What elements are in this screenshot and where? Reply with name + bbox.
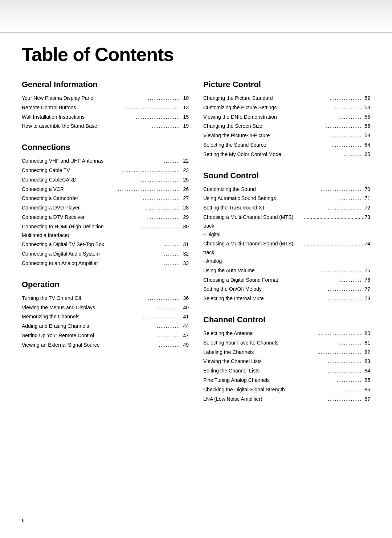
section-title-sound-control: Sound Control — [203, 171, 370, 180]
toc-entry: Your New Plasma Display Panel...........… — [22, 94, 189, 103]
toc-entry: Connecting a Digital TV Set-Top Box.....… — [22, 240, 189, 249]
section-connections: ConnectionsConnecting VHF and UHF Antenn… — [22, 143, 189, 268]
toc-entry: Using Automatic Sound Settings..........… — [203, 194, 370, 203]
toc-entry: Viewing the Menus and Displays..........… — [22, 303, 189, 313]
toc-entry: Using the Auto Volume...................… — [203, 266, 370, 276]
section-title-operation: Operation — [22, 280, 189, 289]
toc-entry: Changing the Picture Standard...........… — [203, 94, 370, 103]
toc-entry: Fine Tuning Analog Channels.............… — [203, 376, 370, 385]
page-number: 6 — [22, 518, 25, 523]
section-title-connections: Connections — [22, 143, 189, 152]
toc-entry: Connecting a DTV Receiver...............… — [22, 213, 189, 222]
toc-entry: Setting the TruSurround XT..............… — [203, 203, 370, 213]
toc-entry: Editing the Channel Lists...............… — [203, 366, 370, 376]
toc-entry: Connecting a Camcorder..................… — [22, 194, 189, 203]
toc-entry: Turning the TV On and Off...............… — [22, 294, 189, 303]
toc-entry: Checking the Digital-Signal Strength....… — [203, 385, 370, 395]
toc-entry: Connecting Cable TV.....................… — [22, 166, 189, 175]
toc-entry: Selecting the Antenna...................… — [203, 329, 370, 338]
toc-entry: Setting the My Color Control Mode.......… — [203, 150, 370, 159]
section-sound-control: Sound ControlCustomizing the Sound......… — [203, 171, 370, 303]
right-column: Picture ControlChanging the Picture Stan… — [203, 80, 370, 415]
toc-entry: Adding and Erasing Channels.............… — [22, 322, 189, 331]
toc-entry: Remote Control Buttons..................… — [22, 103, 189, 113]
toc-entry: Customizing the Sound...................… — [203, 185, 370, 194]
toc-entry: Viewing the Picture-in-Picture..........… — [203, 131, 370, 140]
toc-entry: Connecting a DVD Player.................… — [22, 203, 189, 213]
section-title-channel-control: Channel Control — [203, 315, 370, 325]
section-title-picture-control: Picture Control — [203, 80, 370, 89]
toc-entry: Selecting Your Favorite Channels........… — [203, 338, 370, 348]
toc-entry: Setting the On/Off Melody...............… — [203, 285, 370, 294]
toc-entry: Choosing a Digital Sound Format.........… — [203, 276, 370, 285]
toc-entry: LNA (Low Noise Amplifier)...............… — [203, 395, 370, 404]
toc-entry: Connecting a VCR........................… — [22, 185, 189, 194]
toc-entry: Setting Up Your Remote Control..........… — [22, 331, 189, 341]
content-area: General InformationYour New Plasma Displ… — [0, 73, 392, 437]
toc-entry: Choosing a Multi-Channel Sound (MTS) tra… — [203, 213, 370, 239]
header-bar — [0, 0, 392, 33]
toc-entry: Choosing a Multi-Channel Sound (MTS) tra… — [203, 239, 370, 266]
toc-entry: Connecting VHF and UHF Antennas.........… — [22, 156, 189, 166]
toc-entry: Viewing an External Signal Source.......… — [22, 341, 189, 350]
toc-entry: Viewing the DNIe Demonstration..........… — [203, 113, 370, 122]
toc-entry: Customizing the Picture Settings........… — [203, 103, 370, 113]
toc-entry: Labeling the Channels...................… — [203, 348, 370, 357]
section-picture-control: Picture ControlChanging the Picture Stan… — [203, 80, 370, 159]
section-title-general-information: General Information — [22, 80, 189, 89]
section-general-information: General InformationYour New Plasma Displ… — [22, 80, 189, 131]
toc-entry: Changing the Screen Size................… — [203, 122, 370, 131]
section-operation: OperationTurning the TV On and Off......… — [22, 280, 189, 350]
toc-entry: Connecting CableCARD....................… — [22, 175, 189, 185]
page-title: Table of Contents — [0, 33, 392, 73]
page-footer: 6 — [22, 518, 25, 523]
left-column: General InformationYour New Plasma Displ… — [22, 80, 189, 415]
toc-entry: Selecting the Internal Mute.............… — [203, 294, 370, 303]
section-channel-control: Channel ControlSelecting the Antenna....… — [203, 315, 370, 404]
toc-entry: Selecting the Sound Source..............… — [203, 140, 370, 150]
toc-entry: Connecting a Digital Audio System.......… — [22, 249, 189, 259]
toc-entry: How to assemble the Stand-Base..........… — [22, 122, 189, 131]
toc-entry: Connecting to HDMI (High DefinitionMulti… — [22, 222, 189, 240]
toc-entry: Viewing the Channel Lists...............… — [203, 357, 370, 366]
toc-entry: Memorizing the Channels.................… — [22, 312, 189, 322]
toc-entry: Connecting to an Analog Amplifier.......… — [22, 259, 189, 268]
toc-entry: Wall Installation Instructions..........… — [22, 113, 189, 122]
